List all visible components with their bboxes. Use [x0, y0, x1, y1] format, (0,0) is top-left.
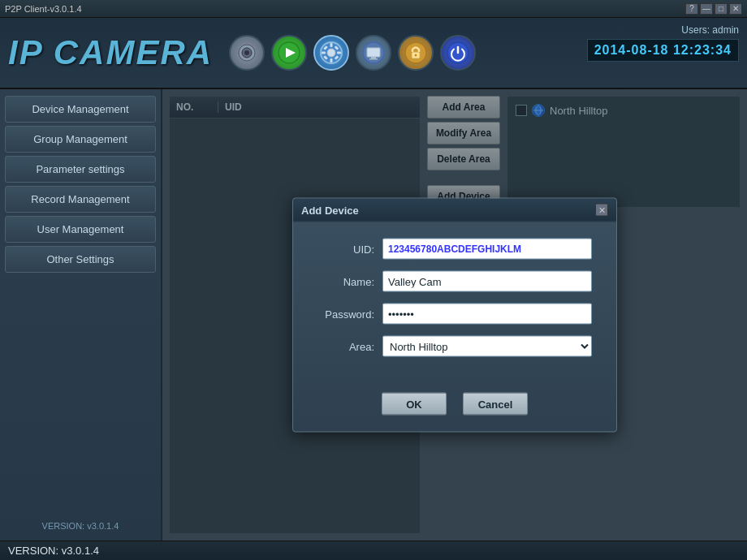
- header: IP CAMERA: [0, 18, 747, 89]
- status-bar: VERSION: v3.0.1.4: [0, 541, 747, 560]
- sidebar-item-parameter-settings[interactable]: Parameter settings: [5, 156, 156, 183]
- svg-rect-9: [322, 52, 326, 54]
- main-area: Device Management Group Management Param…: [0, 89, 747, 541]
- title-bar-text: P2P Client-v3.0.1.4: [5, 4, 82, 14]
- modal-footer: OK Cancel: [293, 385, 616, 432]
- sidebar-item-group-management[interactable]: Group Management: [5, 126, 156, 153]
- sidebar-item-device-management[interactable]: Device Management: [5, 96, 156, 123]
- add-device-modal: Add Device ✕ UID: Name: Password: Area:: [292, 198, 617, 433]
- password-input[interactable]: [382, 304, 592, 325]
- svg-point-21: [415, 54, 417, 57]
- sidebar: Device Management Group Management Param…: [0, 89, 162, 541]
- area-row: Area: North Hilltop Area 2 Area 3: [317, 336, 592, 357]
- uid-input[interactable]: [382, 239, 592, 260]
- svg-rect-7: [330, 43, 333, 47]
- minimize-button[interactable]: —: [700, 3, 713, 15]
- uid-row: UID:: [317, 239, 592, 260]
- modal-close-button[interactable]: ✕: [595, 204, 608, 217]
- name-row: Name:: [317, 271, 592, 292]
- camera-nav-icon[interactable]: [229, 35, 265, 71]
- app-title: IP CAMERA: [8, 33, 213, 72]
- svg-rect-17: [371, 57, 376, 58]
- svg-rect-18: [369, 58, 378, 60]
- title-bar-controls[interactable]: ? — □ ✕: [685, 3, 742, 15]
- user-info: Users: admin: [681, 24, 739, 36]
- modal-titlebar: Add Device ✕: [293, 199, 616, 222]
- close-button[interactable]: ✕: [729, 3, 742, 15]
- cancel-button[interactable]: Cancel: [463, 393, 528, 416]
- sidebar-item-other-settings[interactable]: Other Settings: [5, 246, 156, 273]
- sidebar-item-record-management[interactable]: Record Management: [5, 186, 156, 213]
- name-label: Name:: [317, 275, 382, 287]
- svg-point-2: [244, 50, 249, 55]
- datetime-display: 2014-08-18 12:23:34: [587, 39, 739, 62]
- svg-point-6: [327, 49, 335, 57]
- version-label: VERSION: v3.0.1.4: [5, 518, 156, 534]
- name-input[interactable]: [382, 271, 592, 292]
- ok-button[interactable]: OK: [382, 393, 447, 416]
- modal-title: Add Device: [301, 204, 359, 216]
- lock-nav-icon[interactable]: [398, 35, 434, 71]
- content-area: NO. UID Add Area Modify Area Delete Area…: [162, 89, 747, 541]
- power-nav-icon[interactable]: [440, 35, 476, 71]
- area-label: Area:: [317, 340, 382, 352]
- header-right: Users: admin 2014-08-18 12:23:34: [587, 24, 739, 62]
- modal-body: UID: Name: Password: Area: North Hilltop…: [293, 222, 616, 385]
- header-icons: [229, 35, 476, 71]
- title-bar: P2P Client-v3.0.1.4 ? — □ ✕: [0, 0, 747, 18]
- svg-rect-16: [367, 48, 380, 57]
- password-label: Password:: [317, 308, 382, 320]
- maximize-button[interactable]: □: [715, 3, 728, 15]
- monitor-nav-icon[interactable]: [356, 35, 391, 71]
- svg-rect-8: [330, 58, 333, 62]
- play-nav-icon[interactable]: [271, 35, 307, 71]
- password-row: Password:: [317, 304, 592, 325]
- gear-nav-icon[interactable]: [313, 35, 349, 71]
- uid-label: UID:: [317, 243, 382, 255]
- status-version-label: VERSION: v3.0.1.4: [8, 545, 99, 557]
- sidebar-item-user-management[interactable]: User Management: [5, 216, 156, 243]
- area-select[interactable]: North Hilltop Area 2 Area 3: [382, 336, 592, 357]
- help-button[interactable]: ?: [685, 3, 698, 15]
- svg-rect-10: [337, 52, 341, 54]
